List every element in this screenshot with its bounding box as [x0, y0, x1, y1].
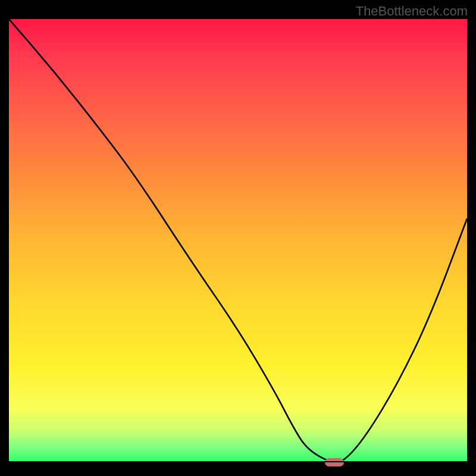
- bottleneck-curve-path: [9, 19, 467, 462]
- chart-plot-area: [9, 19, 467, 462]
- chart-baseline: [9, 461, 467, 462]
- watermark-text: TheBottleneck.com: [356, 4, 468, 19]
- chart-line-svg: [9, 19, 467, 462]
- optimal-marker: [325, 458, 344, 466]
